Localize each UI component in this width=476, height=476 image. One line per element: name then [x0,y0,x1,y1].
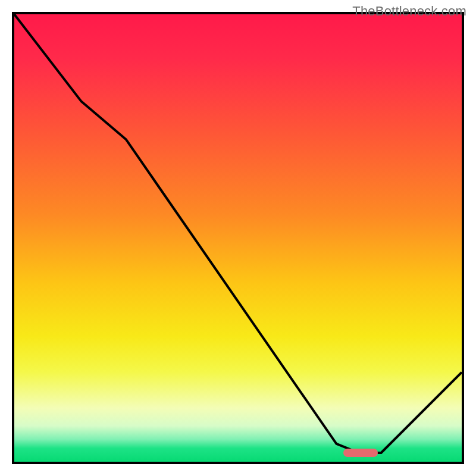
bottleneck-curve-path [14,14,462,453]
optimal-range-marker [343,449,378,457]
bottleneck-curve [14,14,462,462]
chart-plot-area [12,12,464,464]
attribution-watermark: TheBottleneck.com [352,4,466,19]
